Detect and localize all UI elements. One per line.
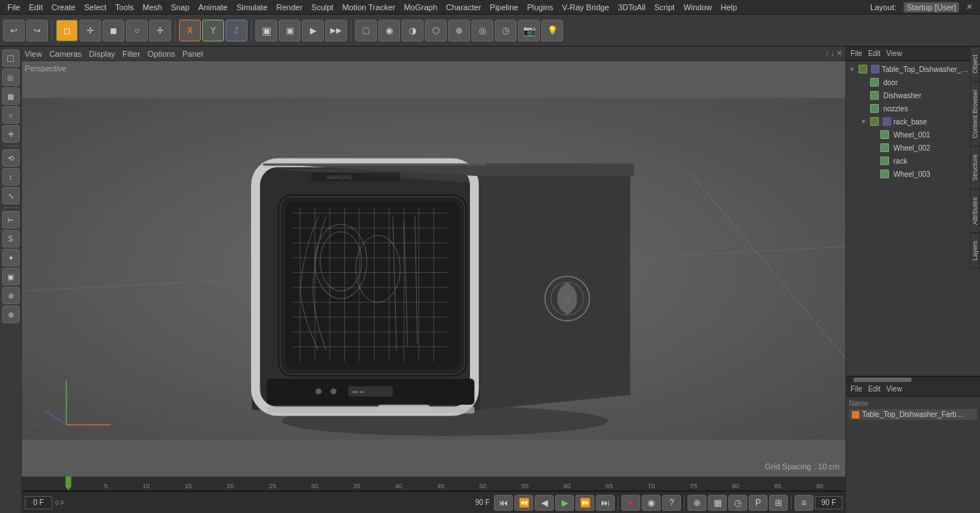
render-region-button[interactable]: ▣ [279, 20, 300, 41]
camera-tool-button[interactable]: 📷 [518, 20, 540, 41]
redo-button[interactable]: ↪ [26, 20, 48, 41]
tree-item-dishwasher[interactable]: ▶ Dishwasher [846, 89, 980, 102]
menu-3dtoall[interactable]: 3DToAll [613, 3, 650, 12]
obj-menu-view[interactable]: View [886, 49, 902, 57]
key-options-button[interactable]: ? [662, 495, 681, 511]
select-mode-button[interactable]: ✛ [79, 20, 101, 41]
viewport-tab-options[interactable]: Options [148, 49, 175, 58]
menu-select[interactable]: Select [80, 3, 111, 12]
deformer-tool-button[interactable]: ⬡ [425, 20, 447, 41]
right-scrollbar[interactable] [846, 376, 980, 382]
motion-clip-button[interactable]: ⊕ [688, 495, 706, 511]
sky-tool-button[interactable]: ◷ [495, 20, 517, 41]
menu-edit[interactable]: Edit [25, 3, 47, 12]
step-back-button[interactable]: ⏪ [514, 495, 533, 511]
menu-window[interactable]: Window [679, 3, 716, 12]
menu-mograph[interactable]: MoGraph [399, 3, 442, 12]
light-tool-button[interactable]: 💡 [541, 20, 563, 41]
tree-item-table-top[interactable]: ▼ Table_Top_Dishwasher_Farberwar [846, 63, 980, 76]
object-button[interactable]: ▣ [255, 20, 277, 41]
goto-end-button[interactable]: ⏭ [596, 495, 615, 511]
left-tool-1[interactable]: □ [2, 49, 20, 67]
step-forward-button[interactable]: ⏩ [575, 495, 594, 511]
menu-help[interactable]: Help [717, 3, 742, 12]
menu-mesh[interactable]: Mesh [138, 3, 167, 12]
tree-item-rack[interactable]: ▶ rack [846, 154, 980, 167]
layer-button[interactable]: ▦ [708, 495, 727, 511]
play-button[interactable]: ▶ [555, 495, 574, 511]
left-tool-5[interactable]: ✛ [2, 125, 20, 143]
tree-item-rack-base[interactable]: ▼ rack_base [846, 115, 980, 128]
polygon-tool-button[interactable]: ◉ [378, 20, 400, 41]
render-active-button[interactable]: ▶ [302, 20, 324, 41]
attr-menu-view[interactable]: View [886, 385, 902, 393]
field-tool-button[interactable]: ⊕ [448, 20, 470, 41]
record-button[interactable]: ● [621, 495, 640, 511]
tab-structure[interactable]: Structure [970, 146, 980, 189]
tree-item-wheel-001[interactable]: ▶ Wheel_001 [846, 128, 980, 141]
model-mode-button[interactable]: ◻ [56, 20, 78, 41]
tree-item-wheel-002[interactable]: ▶ Wheel_002 [846, 141, 980, 154]
grid-button[interactable]: ⊞ [769, 495, 788, 511]
viewport-tab-filter[interactable]: Filter [122, 49, 140, 58]
left-tool-7[interactable]: ↕ [2, 168, 20, 186]
timeline-expand-button[interactable]: ≡ [794, 495, 813, 511]
menu-character[interactable]: Character [442, 3, 485, 12]
menu-snap[interactable]: Snap [167, 3, 194, 12]
left-tool-9[interactable]: ⊢ [2, 211, 20, 228]
menu-vray-bridge[interactable]: V-Ray Bridge [558, 3, 614, 12]
y-axis-button[interactable]: Y [202, 20, 224, 41]
tab-object[interactable]: Object [970, 47, 980, 81]
viewport-tab-panel[interactable]: Panel [183, 49, 203, 58]
menu-render[interactable]: Render [272, 3, 307, 12]
viewport-3d[interactable]: Perspective [22, 61, 845, 477]
left-tool-12[interactable]: ▣ [2, 268, 20, 285]
left-tool-14[interactable]: ⊕ [2, 306, 20, 323]
cube-tool-button[interactable]: □ [355, 20, 377, 41]
z-axis-button[interactable]: Z [226, 20, 247, 41]
menu-create[interactable]: Create [47, 3, 80, 12]
left-tool-13[interactable]: ⊛ [2, 287, 20, 304]
left-tool-4[interactable]: ○ [2, 106, 20, 124]
edge-mode-button[interactable]: ○ [126, 20, 148, 41]
viewport-tab-display[interactable]: Display [89, 49, 115, 58]
left-tool-11[interactable]: ✦ [2, 249, 20, 266]
viewport-lock-icon[interactable]: ↓ [831, 49, 835, 58]
menu-script[interactable]: Script [650, 3, 679, 12]
auto-key-button[interactable]: ◉ [642, 495, 661, 511]
point-mode-button[interactable]: ✛ [149, 20, 171, 41]
obj-menu-file[interactable]: File [850, 49, 862, 57]
x-axis-button[interactable]: X [179, 20, 201, 41]
tree-item-door[interactable]: ▶ door [846, 76, 980, 89]
preview-button[interactable]: ◷ [728, 495, 747, 511]
viewport-tab-cameras[interactable]: Cameras [49, 49, 82, 58]
tab-attributes[interactable]: Attributes [970, 189, 980, 233]
menu-animate[interactable]: Animate [194, 3, 232, 12]
close-icon[interactable]: ✕ [962, 2, 977, 12]
viewport-tab-view[interactable]: View [25, 49, 42, 58]
play-reverse-button[interactable]: ◀ [535, 495, 554, 511]
start-frame-input[interactable] [25, 496, 52, 509]
nurbs-tool-button[interactable]: ◑ [402, 20, 423, 41]
undo-button[interactable]: ↩ [3, 20, 25, 41]
render-picture-button[interactable]: ▶▶ [325, 20, 347, 41]
tab-content-browser[interactable]: Content Browser [970, 81, 980, 146]
goto-start-button[interactable]: ⏮ [494, 495, 513, 511]
menu-tools[interactable]: Tools [111, 3, 138, 12]
menu-sculpt[interactable]: Sculpt [307, 3, 338, 12]
viewport-expand-icon[interactable]: ↑ [825, 49, 829, 58]
attr-menu-edit[interactable]: Edit [868, 385, 880, 393]
left-tool-8[interactable]: ⤡ [2, 187, 20, 204]
attr-menu-file[interactable]: File [850, 385, 862, 393]
tree-item-wheel-003[interactable]: ▶ Wheel_003 [846, 167, 980, 180]
menu-pipeline[interactable]: Pipeline [485, 3, 522, 12]
menu-simulate[interactable]: Simulate [232, 3, 272, 12]
right-scrollbar-thumb[interactable] [853, 378, 912, 382]
material-tool-button[interactable]: ◎ [471, 20, 493, 41]
projection-button[interactable]: P [749, 495, 768, 511]
layout-value[interactable]: Startup [User] [904, 2, 959, 12]
menu-motion-tracker[interactable]: Motion Tracker [338, 3, 399, 12]
end-frame-input[interactable] [815, 496, 842, 509]
left-tool-6[interactable]: ⟲ [2, 149, 20, 167]
left-tool-10[interactable]: S [2, 230, 20, 247]
